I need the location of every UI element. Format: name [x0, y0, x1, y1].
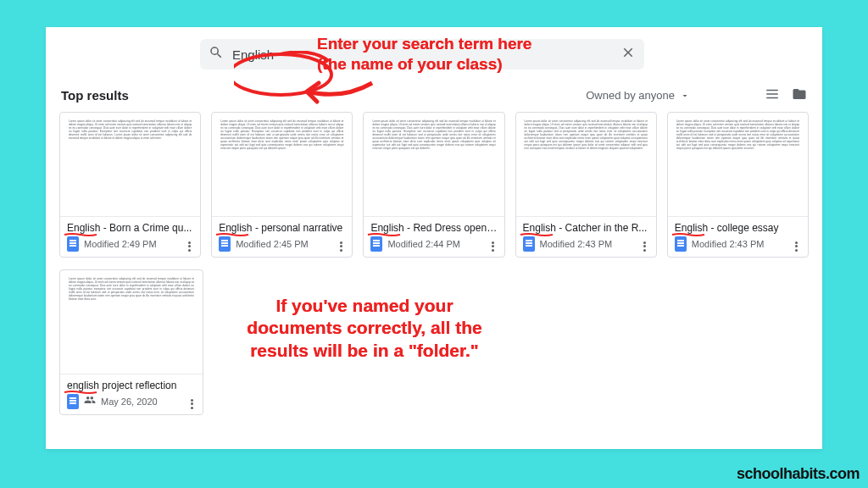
result-card[interactable]: Lorem ipsum dolor sit amet consectetur a… — [59, 269, 203, 415]
annotation-top: Enter your search term here (the name of… — [317, 34, 531, 75]
google-docs-icon — [370, 236, 382, 252]
result-card[interactable]: Lorem ipsum dolor sit amet consectetur a… — [211, 112, 353, 258]
owned-by-label: Owned by anyone — [586, 89, 675, 102]
google-docs-icon — [219, 236, 231, 252]
more-options-icon[interactable] — [183, 240, 195, 252]
doc-thumbnail: Lorem ipsum dolor sit amet consectetur a… — [212, 113, 352, 216]
doc-thumbnail: Lorem ipsum dolor sit amet consectetur a… — [516, 113, 656, 216]
card-footer: English - college essay Modified 2:43 PM — [668, 216, 808, 257]
results-grid-row2: Lorem ipsum dolor sit amet consectetur a… — [59, 269, 203, 415]
result-card[interactable]: Lorem ipsum dolor sit amet consectetur a… — [515, 112, 657, 258]
clear-search-icon[interactable] — [620, 45, 636, 64]
doc-thumbnail: Lorem ipsum dolor sit amet consectetur a… — [60, 270, 203, 374]
modified-time: Modified 2:44 PM — [387, 239, 460, 249]
google-docs-icon — [67, 236, 79, 252]
modified-time: Modified 2:49 PM — [84, 239, 157, 249]
result-card[interactable]: Lorem ipsum dolor sit amet consectetur a… — [363, 112, 504, 258]
doc-thumbnail: Lorem ipsum dolor sit amet consectetur a… — [668, 113, 808, 216]
card-footer: English - Catcher in the R... Modified 2… — [516, 216, 656, 257]
doc-thumbnail: Lorem ipsum dolor sit amet consectetur a… — [60, 113, 200, 216]
watermark: schoolhabits.com — [737, 465, 860, 483]
results-grid: Lorem ipsum dolor sit amet consectetur a… — [59, 112, 809, 258]
more-options-icon[interactable] — [487, 240, 499, 252]
google-docs-icon — [67, 394, 79, 409]
modified-time: May 26, 2020 — [101, 396, 158, 407]
search-icon — [209, 45, 224, 64]
google-docs-icon — [675, 236, 687, 252]
more-options-icon[interactable] — [791, 240, 803, 252]
modified-time: Modified 2:43 PM — [540, 239, 613, 249]
card-footer: English - Born a Crime qu... Modified 2:… — [60, 216, 200, 257]
folder-view-icon[interactable] — [792, 86, 807, 104]
shared-icon — [84, 394, 96, 409]
more-options-icon[interactable] — [639, 240, 651, 252]
modified-time: Modified 2:45 PM — [236, 239, 309, 249]
drive-search-panel: Top results Owned by anyone Lorem ipsum … — [46, 27, 822, 449]
more-options-icon[interactable] — [335, 240, 347, 252]
google-docs-icon — [523, 236, 535, 252]
card-footer: english project reflection May 26, 2020 — [60, 374, 203, 414]
annotation-middle: If you've named your documents correctly… — [237, 295, 492, 362]
result-card[interactable]: Lorem ipsum dolor sit amet consectetur a… — [59, 112, 201, 258]
modified-time: Modified 2:43 PM — [692, 239, 765, 249]
card-footer: English - personal narrative Modified 2:… — [212, 216, 352, 257]
card-footer: English - Red Dress open ... Modified 2:… — [364, 216, 504, 257]
more-options-icon[interactable] — [186, 397, 198, 409]
list-view-icon[interactable] — [765, 86, 780, 104]
results-header: Top results Owned by anyone — [61, 86, 807, 104]
owned-by-filter[interactable]: Owned by anyone — [586, 89, 690, 102]
doc-thumbnail: Lorem ipsum dolor sit amet consectetur a… — [364, 113, 504, 216]
chevron-down-icon — [680, 91, 690, 101]
result-card[interactable]: Lorem ipsum dolor sit amet consectetur a… — [667, 112, 809, 258]
top-results-label: Top results — [61, 88, 129, 103]
